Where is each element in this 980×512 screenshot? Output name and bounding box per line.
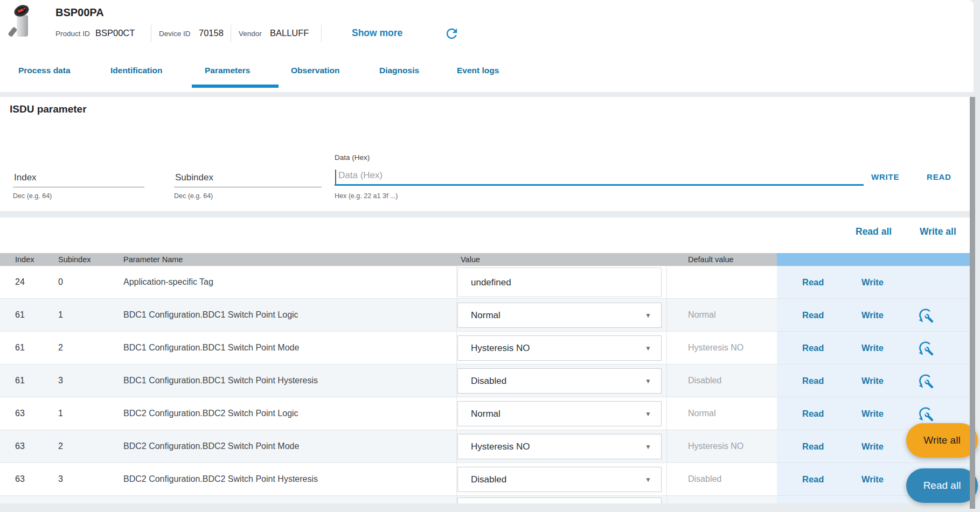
row-write-button[interactable]: Write xyxy=(861,409,884,419)
value-select-text: Disabled xyxy=(471,376,506,387)
value-select[interactable]: Normal ▼ xyxy=(457,401,662,426)
restore-factory-button[interactable] xyxy=(916,338,935,357)
subindex-input[interactable] xyxy=(174,168,322,187)
table-row: 63 2 BDC2 Configuration.BDC2 Switch Poin… xyxy=(0,430,972,463)
data-hex-label: Data (Hex) xyxy=(335,153,370,162)
tab-identification[interactable]: Identification xyxy=(110,66,162,75)
restore-factory-button[interactable] xyxy=(916,404,935,423)
col-value: Value xyxy=(461,253,480,266)
row-default-value: Normal xyxy=(688,409,716,418)
row-subindex: 0 xyxy=(58,277,63,287)
write-button[interactable]: WRITE xyxy=(871,172,899,181)
value-select-text: Hysteresis NO xyxy=(471,343,530,354)
value-select[interactable]: Hysteresis NO ▼ xyxy=(457,335,662,361)
chevron-down-icon: ▼ xyxy=(645,443,651,451)
restore-factory-icon xyxy=(916,371,935,390)
restore-factory-icon xyxy=(916,338,935,357)
product-id-value: BSP00CT xyxy=(95,28,135,38)
value-select[interactable]: Hysteresis NO ▼ xyxy=(457,434,662,459)
write-all-link[interactable]: Write all xyxy=(920,226,956,237)
index-input[interactable] xyxy=(13,168,144,187)
isdu-heading: ISDU parameter xyxy=(10,103,87,115)
vertical-scrollbar[interactable] xyxy=(970,97,975,509)
row-default-value: Hysteresis NO xyxy=(688,343,743,353)
value-select-text: Normal xyxy=(471,310,501,321)
row-write-button[interactable]: Write xyxy=(861,441,884,452)
device-id-value: 70158 xyxy=(199,28,224,38)
row-read-button[interactable]: Read xyxy=(802,310,824,320)
row-index: 61 xyxy=(15,343,25,353)
tab-observation[interactable]: Observation xyxy=(291,66,339,75)
read-all-fab[interactable]: Read all xyxy=(906,468,978,503)
value-select[interactable]: Disabled ▼ xyxy=(457,368,662,394)
tab-diagnosis[interactable]: Diagnosis xyxy=(379,66,419,75)
table-row: 61 3 BDC1 Configuration.BDC1 Switch Poin… xyxy=(0,364,972,397)
value-select[interactable] xyxy=(457,497,662,503)
value-select[interactable]: Disabled ▼ xyxy=(457,467,662,492)
row-read-button[interactable]: Read xyxy=(802,343,824,353)
row-default-value: Disabled xyxy=(688,376,721,385)
row-write-button[interactable]: Write xyxy=(861,343,884,353)
row-parameter-name: BDC2 Configuration.BDC2 Switch Point Mod… xyxy=(123,441,299,451)
row-read-button[interactable]: Read xyxy=(802,474,824,485)
read-all-link[interactable]: Read all xyxy=(856,226,892,237)
value-select-text: Hysteresis NO xyxy=(471,441,530,452)
write-all-fab-label: Write all xyxy=(923,434,960,446)
row-subindex: 2 xyxy=(58,343,63,353)
row-index: 24 xyxy=(15,277,25,287)
row-parameter-name: BDC1 Configuration.BDC1 Switch Point Log… xyxy=(123,310,298,320)
table-row: 24 0 Application-specific Tag Read Write xyxy=(0,266,972,299)
row-read-button[interactable]: Read xyxy=(802,277,824,287)
table-row: 63 3 BDC2 Configuration.BDC2 Switch Poin… xyxy=(0,463,972,496)
text-caret xyxy=(335,170,336,184)
row-default-value: Hysteresis NO xyxy=(688,441,743,451)
device-id-label: Device ID xyxy=(159,30,191,38)
col-parameter-name: Parameter Name xyxy=(123,253,183,266)
divider xyxy=(231,25,231,42)
show-more-link[interactable]: Show more xyxy=(352,27,402,39)
restore-factory-button[interactable] xyxy=(916,305,935,325)
row-subindex: 1 xyxy=(58,409,63,418)
row-read-button[interactable]: Read xyxy=(802,409,824,419)
vendor-value: BALLUFF xyxy=(270,28,309,38)
table-row-partial xyxy=(0,496,972,503)
tab-event-logs[interactable]: Event logs xyxy=(457,66,499,75)
row-index: 63 xyxy=(15,441,25,451)
row-parameter-name: BDC2 Configuration.BDC2 Switch Point Hys… xyxy=(123,474,318,484)
subindex-hint: Dec (e.g. 64) xyxy=(174,192,213,200)
row-write-button[interactable]: Write xyxy=(861,376,884,386)
row-subindex: 1 xyxy=(58,310,63,320)
restore-factory-button[interactable] xyxy=(916,371,935,390)
refresh-button[interactable] xyxy=(444,26,460,42)
chevron-down-icon: ▼ xyxy=(645,476,651,483)
value-input[interactable] xyxy=(457,268,662,297)
table-header-actions xyxy=(777,253,972,266)
row-parameter-name: BDC1 Configuration.BDC1 Switch Point Mod… xyxy=(123,343,299,353)
write-all-fab[interactable]: Write all xyxy=(906,423,978,458)
tab-parameters[interactable]: Parameters xyxy=(205,66,250,75)
row-write-button[interactable]: Write xyxy=(861,277,884,287)
data-hex-input[interactable] xyxy=(335,166,864,186)
col-default-value: Default value xyxy=(688,253,734,266)
row-parameter-name: BDC2 Configuration.BDC2 Switch Point Log… xyxy=(123,409,298,418)
value-select[interactable]: Normal ▼ xyxy=(457,303,662,328)
table-row: 63 1 BDC2 Configuration.BDC2 Switch Poin… xyxy=(0,397,972,430)
row-write-button[interactable]: Write xyxy=(861,310,884,320)
chevron-down-icon: ▼ xyxy=(645,377,651,385)
row-write-button[interactable]: Write xyxy=(861,474,884,485)
index-hint: Dec (e.g. 64) xyxy=(13,192,52,200)
table-row: 61 1 BDC1 Configuration.BDC1 Switch Poin… xyxy=(0,299,972,332)
row-subindex: 2 xyxy=(58,441,63,451)
row-read-button[interactable]: Read xyxy=(802,376,824,386)
read-button[interactable]: READ xyxy=(927,172,951,181)
col-index: Index xyxy=(15,253,34,266)
tab-process-data[interactable]: Process data xyxy=(18,66,71,75)
row-read-button[interactable]: Read xyxy=(802,441,824,452)
device-photo xyxy=(8,3,33,40)
value-select-text: Disabled xyxy=(471,474,506,485)
col-subindex: Subindex xyxy=(58,253,91,266)
read-all-fab-label: Read all xyxy=(923,480,961,492)
chevron-down-icon: ▼ xyxy=(645,345,651,352)
row-parameter-name: Application-specific Tag xyxy=(123,277,213,287)
row-default-value: Disabled xyxy=(688,474,721,484)
